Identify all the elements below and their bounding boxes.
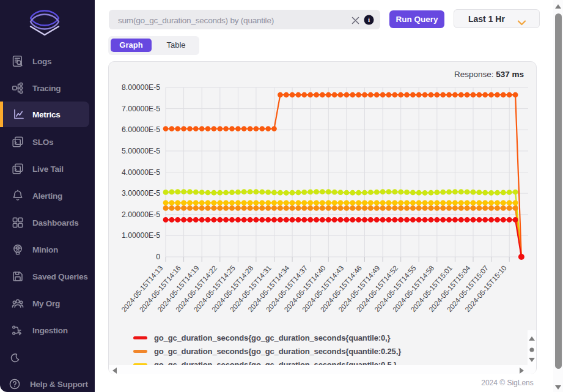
svg-text:4.00000E-5: 4.00000E-5 [122, 168, 160, 177]
svg-text:5.00000E-5: 5.00000E-5 [122, 147, 160, 155]
svg-text:1.00000E-5: 1.00000E-5 [122, 231, 160, 240]
svg-text:0: 0 [156, 253, 160, 261]
svg-text:i: i [368, 16, 370, 23]
svg-text:7.00000E-5: 7.00000E-5 [122, 105, 160, 113]
svg-text:6.00000E-5: 6.00000E-5 [122, 125, 160, 134]
svg-text:8.00000E-5: 8.00000E-5 [122, 83, 160, 92]
svg-text:3.00000E-5: 3.00000E-5 [122, 189, 160, 198]
svg-text:2.00000E-5: 2.00000E-5 [122, 210, 160, 219]
